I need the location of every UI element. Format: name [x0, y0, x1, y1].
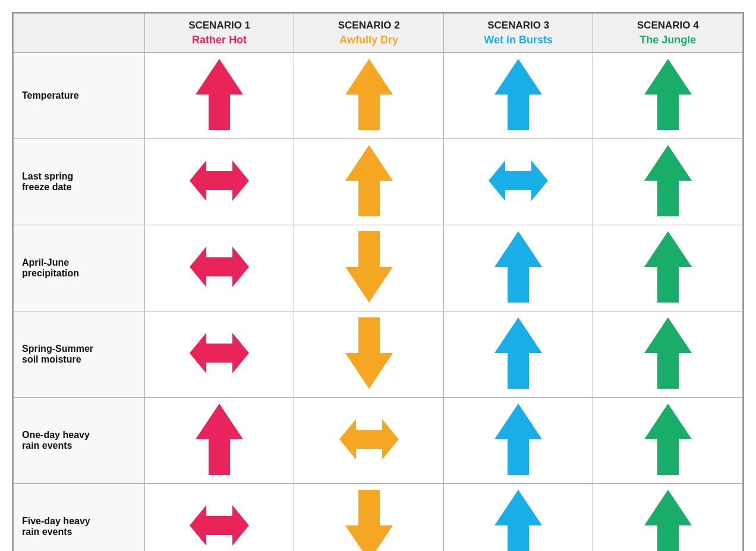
row-label-4: One-day heavyrain events [14, 398, 145, 484]
svg-marker-0 [196, 59, 243, 130]
arrow-cell-r5-c2 [443, 484, 593, 552]
arrow-cell-r5-c3 [593, 484, 743, 552]
svg-marker-3 [644, 59, 692, 130]
arrow-cell-r4-c1 [294, 398, 444, 484]
arrow-cell-r2-c2 [443, 225, 593, 311]
svg-marker-7 [644, 145, 692, 216]
arrow-cell-r2-c3 [593, 225, 743, 311]
svg-marker-14 [494, 317, 542, 389]
svg-marker-16 [196, 404, 243, 475]
arrow-cell-r1-c0 [144, 139, 294, 225]
arrow-cell-r1-c1 [294, 139, 444, 225]
svg-marker-23 [644, 490, 692, 551]
svg-marker-19 [644, 404, 692, 475]
arrow-cell-r4-c3 [593, 398, 743, 484]
svg-marker-13 [345, 317, 393, 389]
svg-marker-12 [190, 333, 249, 373]
row-label-3: Spring-Summersoil moisture [14, 311, 145, 398]
svg-marker-8 [190, 247, 249, 287]
row-label-1: Last springfreeze date [14, 139, 145, 225]
svg-marker-22 [494, 490, 542, 551]
arrow-cell-r5-c1 [294, 484, 444, 552]
svg-marker-11 [644, 231, 692, 303]
svg-marker-15 [644, 317, 692, 389]
header-scenario-2: SCENARIO 2 Awfully Dry [294, 14, 444, 53]
header-scenario-4: SCENARIO 4 The Jungle [593, 14, 743, 53]
svg-marker-18 [494, 404, 542, 475]
row-label-2: April-Juneprecipitation [14, 225, 145, 311]
header-empty [14, 14, 145, 53]
arrow-cell-r0-c2 [443, 53, 593, 139]
svg-marker-4 [190, 160, 249, 201]
arrow-cell-r2-c0 [144, 225, 294, 311]
arrow-cell-r3-c0 [144, 311, 294, 398]
svg-marker-2 [494, 59, 542, 130]
arrow-cell-r3-c2 [443, 311, 593, 398]
arrow-cell-r4-c2 [443, 398, 593, 484]
arrow-cell-r1-c2 [443, 139, 593, 225]
arrow-cell-r0-c1 [294, 53, 444, 139]
row-label-0: Temperature [14, 53, 145, 139]
arrow-cell-r4-c0 [144, 398, 294, 484]
scenario-table: SCENARIO 1 Rather Hot SCENARIO 2 Awfully… [12, 12, 744, 551]
svg-marker-9 [345, 231, 393, 303]
header-scenario-3: SCENARIO 3 Wet in Bursts [443, 14, 593, 53]
svg-marker-20 [190, 505, 249, 546]
arrow-cell-r0-c3 [593, 53, 743, 139]
svg-marker-17 [339, 419, 399, 459]
svg-marker-21 [345, 490, 393, 551]
arrow-cell-r5-c0 [144, 484, 294, 552]
svg-marker-6 [489, 160, 548, 201]
svg-marker-10 [494, 231, 542, 303]
arrow-cell-r3-c1 [294, 311, 444, 398]
header-scenario-1: SCENARIO 1 Rather Hot [144, 14, 294, 53]
arrow-cell-r0-c0 [144, 53, 294, 139]
row-label-5: Five-day heavyrain events [14, 484, 145, 552]
arrow-cell-r1-c3 [593, 139, 743, 225]
arrow-cell-r3-c3 [593, 311, 743, 398]
arrow-cell-r2-c1 [294, 225, 444, 311]
svg-marker-5 [345, 145, 393, 216]
svg-marker-1 [345, 59, 393, 130]
